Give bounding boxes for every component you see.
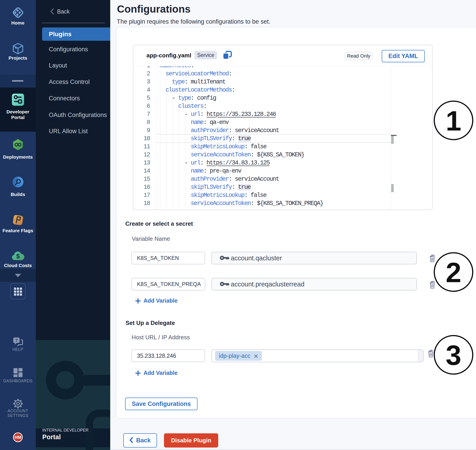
- svg-text:$: $: [16, 253, 20, 260]
- svg-text:?: ?: [15, 338, 18, 343]
